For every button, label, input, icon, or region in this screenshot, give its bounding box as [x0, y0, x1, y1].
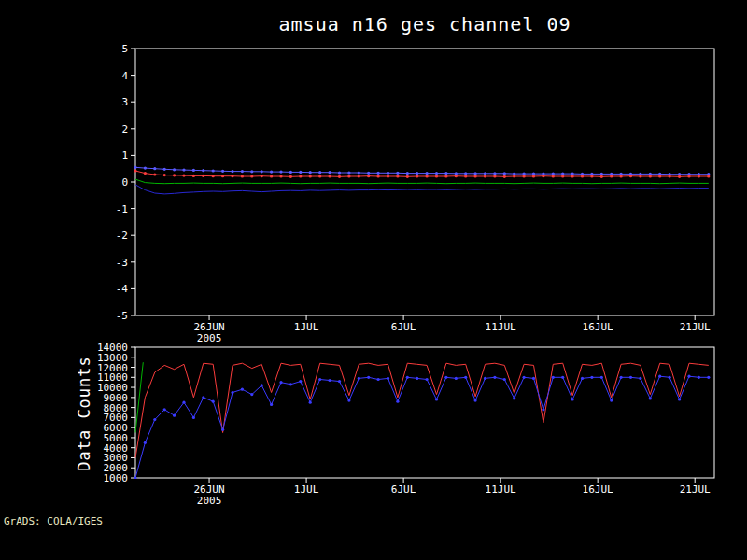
y-tick-label: -4	[116, 283, 129, 295]
series-marker	[367, 175, 370, 177]
series-marker	[658, 375, 661, 378]
series-marker	[474, 172, 477, 175]
series-marker	[173, 414, 176, 417]
series-marker	[610, 399, 613, 402]
series-marker	[212, 175, 215, 177]
series-marker	[182, 175, 185, 177]
series-blue-counts	[134, 375, 710, 480]
series-marker	[163, 408, 166, 411]
plot-frame	[135, 347, 714, 478]
series-marker	[542, 175, 544, 177]
series-marker	[532, 175, 535, 177]
series-marker	[698, 175, 700, 177]
series-marker	[513, 173, 515, 175]
series-marker	[358, 377, 360, 380]
grads-credit: GrADS: COLA/IGES	[4, 515, 103, 527]
series-marker	[212, 400, 215, 403]
series-marker	[318, 378, 321, 381]
series-marker	[503, 172, 506, 175]
series-marker	[173, 168, 176, 171]
series-marker	[250, 175, 253, 177]
series-marker	[192, 416, 195, 419]
x-tick-label: 11JUL	[486, 483, 516, 496]
series-marker	[523, 173, 526, 175]
series-marker	[279, 175, 282, 177]
series-marker	[416, 377, 418, 380]
series-marker	[173, 174, 176, 176]
series-marker	[571, 175, 574, 177]
series-marker	[464, 376, 467, 379]
series-blue-marker-bias	[134, 166, 710, 176]
series-marker	[523, 376, 526, 379]
series-marker	[261, 384, 263, 386]
series-marker	[192, 175, 195, 177]
y-tick-label: 1	[121, 149, 128, 161]
series-marker	[387, 172, 389, 175]
series-marker	[279, 171, 282, 174]
series-green-counts-spike	[135, 362, 143, 432]
series-marker	[464, 172, 467, 175]
series-marker	[455, 172, 458, 175]
series-marker	[144, 167, 147, 170]
series-marker	[338, 175, 341, 178]
series-marker	[620, 175, 623, 177]
series-marker	[338, 380, 341, 383]
y-tick-label: 0	[121, 176, 128, 189]
x-tick-sublabel: 2005	[197, 495, 222, 507]
y-tick-label: -2	[116, 230, 128, 242]
series-marker	[299, 171, 302, 174]
x-tick-label: 16JUL	[583, 321, 613, 333]
x-tick-label: 21JUL	[680, 483, 711, 496]
series-marker	[377, 175, 380, 177]
series-marker	[669, 175, 671, 177]
series-marker	[231, 391, 233, 394]
series-marker	[309, 401, 312, 404]
series-marker	[416, 172, 418, 175]
series-marker	[221, 428, 224, 431]
series-marker	[552, 173, 555, 175]
series-marker	[299, 175, 302, 177]
series-marker	[639, 377, 641, 380]
series-marker	[231, 170, 233, 173]
series-marker	[493, 172, 496, 175]
series-marker	[144, 441, 147, 444]
series-marker	[261, 170, 263, 173]
series-marker	[484, 377, 486, 380]
series-marker	[270, 403, 273, 406]
series-marker	[241, 388, 244, 391]
series-marker	[406, 376, 409, 379]
series-line	[135, 376, 709, 478]
series-marker	[347, 171, 350, 174]
series-marker	[571, 398, 574, 400]
series-marker	[134, 169, 136, 172]
y-tick-label: 5	[121, 43, 128, 55]
series-marker	[707, 175, 710, 177]
series-marker	[250, 170, 253, 173]
series-marker	[687, 375, 690, 378]
series-marker	[581, 377, 584, 380]
series-marker	[678, 398, 681, 400]
series-marker	[406, 172, 409, 175]
series-marker	[338, 171, 341, 174]
series-marker	[329, 171, 331, 174]
y-tick-label: -3	[116, 257, 128, 269]
series-marker	[552, 175, 555, 177]
series-marker	[629, 376, 632, 379]
series-marker	[513, 397, 515, 399]
series-marker	[707, 376, 710, 379]
series-marker	[639, 175, 641, 177]
series-marker	[347, 399, 350, 402]
series-marker	[484, 172, 486, 175]
x-tick-label: 16JUL	[583, 483, 613, 496]
series-marker	[649, 175, 652, 177]
series-marker	[493, 376, 496, 379]
series-marker	[367, 172, 370, 175]
x-tick-label: 6JUL	[391, 321, 416, 333]
series-marker	[212, 169, 215, 172]
series-marker	[571, 173, 574, 175]
series-marker	[503, 378, 506, 381]
series-marker	[241, 175, 244, 177]
series-marker	[318, 175, 321, 177]
series-marker	[377, 172, 380, 175]
series-marker	[532, 377, 535, 380]
